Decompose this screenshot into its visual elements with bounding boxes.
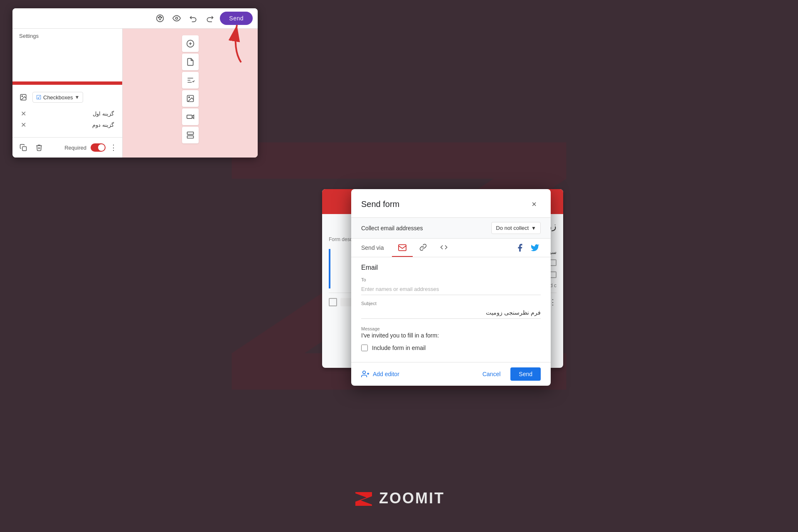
add-question-button[interactable] (182, 35, 199, 52)
form-header-area (12, 43, 122, 85)
image-icon (17, 91, 29, 103)
svg-point-7 (22, 96, 22, 96)
forms-left-panel: Settings ☑ Checkb (12, 29, 123, 158)
svg-point-2 (158, 17, 160, 18)
forms-toolbar: Send (12, 8, 258, 29)
collect-email-label: Collect email addresses (361, 225, 423, 232)
svg-point-3 (160, 16, 161, 17)
forms-right-toolbar (123, 29, 258, 158)
bg-footer-checkbox (329, 298, 337, 306)
svg-marker-0 (355, 492, 372, 506)
svg-rect-15 (187, 132, 193, 135)
close-icon: × (532, 200, 537, 209)
collect-email-select[interactable]: Do not collect ▼ (491, 222, 541, 234)
required-toggle[interactable] (91, 143, 106, 152)
tab-email[interactable] (392, 239, 413, 257)
tab-link[interactable] (413, 239, 433, 257)
option-row-1: گزینه اول ✕ (17, 108, 117, 119)
option-row-2: گزینه دوم ✕ (17, 119, 117, 131)
svg-rect-18 (399, 245, 406, 251)
message-label: Message (361, 326, 541, 331)
svg-rect-8 (22, 147, 27, 151)
to-label: To (361, 277, 541, 282)
footer-actions: Cancel Send (476, 367, 541, 381)
redo-icon[interactable] (203, 12, 217, 25)
dropdown-arrow-icon: ▼ (75, 94, 80, 100)
add-image-button[interactable] (182, 90, 199, 107)
bg-checkbox-2 (550, 271, 557, 278)
delete-icon[interactable] (33, 142, 45, 153)
svg-point-5 (176, 17, 178, 20)
checkbox-icon: ☑ (36, 94, 42, 101)
modal-close-button[interactable]: × (527, 197, 541, 211)
settings-label: Settings (12, 29, 122, 43)
question-footer: Required ⋮ (12, 137, 122, 158)
svg-point-4 (161, 17, 162, 18)
to-input[interactable] (361, 283, 541, 295)
add-editor-button[interactable]: Add editor (361, 370, 399, 378)
twitter-icon[interactable] (529, 242, 541, 254)
add-editor-label: Add editor (373, 371, 399, 377)
option-1-text: گزینه اول (93, 111, 114, 117)
option-1-close-icon[interactable]: ✕ (21, 110, 26, 118)
undo-icon[interactable] (187, 12, 200, 25)
question-type-label: Checkboxes (43, 94, 73, 101)
forms-editor: Send Settings (12, 8, 258, 158)
collect-dropdown-icon: ▼ (531, 225, 536, 231)
question-type-select[interactable]: ☑ Checkboxes ▼ (32, 92, 83, 103)
option-2-close-icon[interactable]: ✕ (21, 121, 26, 129)
copy-icon[interactable] (17, 142, 29, 153)
social-tabs (514, 242, 541, 254)
collect-email-row: Collect email addresses Do not collect ▼ (351, 217, 551, 239)
include-form-checkbox[interactable] (361, 345, 368, 351)
add-title-button[interactable] (182, 72, 199, 89)
modal-footer: Add editor Cancel Send (351, 362, 551, 386)
modal-send-button[interactable]: Send (510, 367, 541, 381)
include-form-label: Include form in email (372, 345, 426, 351)
email-section: Email To Subject فرم نظرسنجی زومیت Messa… (351, 257, 551, 362)
svg-rect-16 (187, 136, 193, 138)
message-value: I've invited you to fill in a form: (361, 332, 541, 339)
more-options-icon[interactable]: ⋮ (110, 143, 117, 152)
add-section-button[interactable] (182, 127, 199, 143)
option-2-text: گزینه دوم (92, 122, 114, 128)
add-video-button[interactable] (182, 108, 199, 125)
cancel-button[interactable]: Cancel (476, 367, 507, 381)
facebook-icon[interactable] (514, 242, 526, 254)
required-label: Required (64, 145, 86, 151)
question-type-row: ☑ Checkboxes ▼ (17, 91, 117, 103)
send-form-modal: Send form × Collect email addresses Do n… (351, 189, 551, 386)
email-section-title: Email (361, 264, 541, 271)
forms-body: Settings ☑ Checkb (12, 29, 258, 158)
subject-label: Subject (361, 301, 541, 306)
modal-header: Send form × (351, 189, 551, 217)
import-questions-button[interactable] (182, 54, 199, 70)
send-via-label: Send via (361, 239, 389, 257)
subject-value: فرم نظرسنجی زومیت (361, 307, 541, 319)
send-via-tabs: Send via (351, 239, 551, 257)
tab-embed[interactable] (433, 239, 454, 257)
svg-point-13 (188, 97, 190, 98)
include-form-row: Include form in email (361, 345, 541, 351)
zoomit-text: ZOOMIT (379, 490, 445, 507)
send-button[interactable]: Send (220, 12, 253, 25)
svg-rect-14 (187, 115, 192, 118)
modal-title: Send form (361, 200, 399, 209)
palette-icon[interactable] (153, 12, 167, 25)
subject-row: فرم نظرسنجی زومیت (361, 307, 541, 319)
zoomit-logo: ZOOMIT (353, 490, 445, 507)
bg-checkbox-1 (550, 259, 557, 266)
svg-point-19 (363, 371, 366, 374)
collect-option-text: Do not collect (496, 225, 529, 231)
preview-icon[interactable] (170, 12, 183, 25)
question-section: ☑ Checkboxes ▼ گزینه اول ✕ گزینه دوم ✕ (12, 88, 122, 134)
